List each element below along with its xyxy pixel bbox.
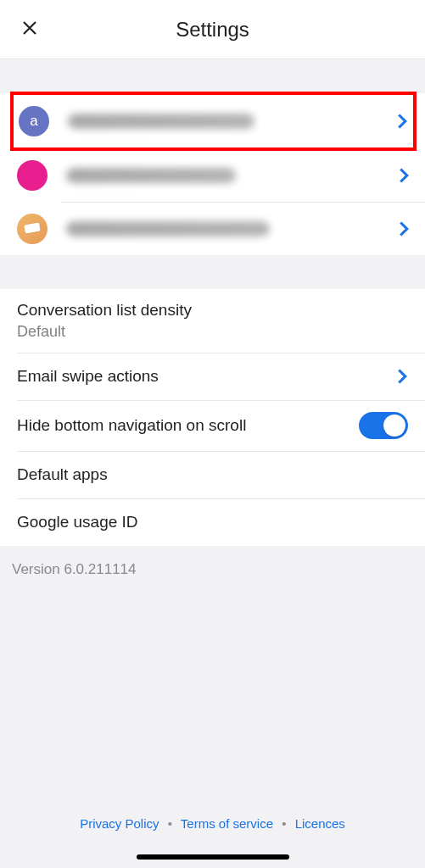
setting-label: Conversation list density (17, 301, 408, 320)
close-button[interactable] (17, 17, 42, 42)
setting-conversation-density[interactable]: Conversation list density Default (0, 289, 425, 353)
chevron-right-icon (398, 167, 410, 184)
version-text: Version 6.0.211114 (0, 546, 425, 593)
setting-default-apps[interactable]: Default apps (0, 451, 425, 498)
toggle-switch[interactable] (359, 412, 408, 439)
chevron-right-icon (396, 113, 408, 130)
setting-value: Default (17, 323, 408, 341)
privacy-policy-link[interactable]: Privacy Policy (80, 816, 159, 831)
home-indicator (137, 854, 289, 860)
account-email-redacted (66, 168, 236, 183)
setting-label: Google usage ID (17, 513, 408, 531)
header-bar: Settings (0, 0, 425, 59)
setting-google-usage-id[interactable]: Google usage ID (0, 498, 425, 546)
account-email-redacted (66, 221, 270, 236)
account-row[interactable] (0, 149, 425, 202)
section-gap (0, 59, 425, 93)
separator-dot: • (277, 816, 291, 831)
terms-link[interactable]: Terms of service (181, 816, 273, 831)
setting-hide-bottom-nav[interactable]: Hide bottom navigation on scroll (0, 400, 425, 451)
setting-label: Default apps (17, 465, 408, 484)
section-gap (0, 255, 425, 289)
separator-dot: • (163, 816, 177, 831)
avatar: a (19, 106, 49, 136)
chevron-right-icon (398, 220, 410, 237)
avatar (17, 160, 48, 191)
avatar-letter: a (30, 113, 37, 130)
account-email-redacted (68, 114, 254, 129)
setting-label: Hide bottom navigation on scroll (17, 416, 359, 435)
account-row[interactable]: a (10, 92, 417, 151)
account-row[interactable] (0, 203, 425, 255)
avatar (17, 214, 48, 244)
page-title: Settings (0, 18, 425, 42)
settings-list: Conversation list density Default Email … (0, 289, 425, 546)
account-list: a (0, 93, 425, 255)
chevron-right-icon (396, 368, 408, 385)
licences-link[interactable]: Licences (295, 816, 345, 831)
setting-label: Email swipe actions (17, 367, 396, 386)
close-icon (20, 18, 40, 42)
footer-links: Privacy Policy • Terms of service • Lice… (0, 816, 425, 831)
setting-email-swipe[interactable]: Email swipe actions (0, 353, 425, 400)
